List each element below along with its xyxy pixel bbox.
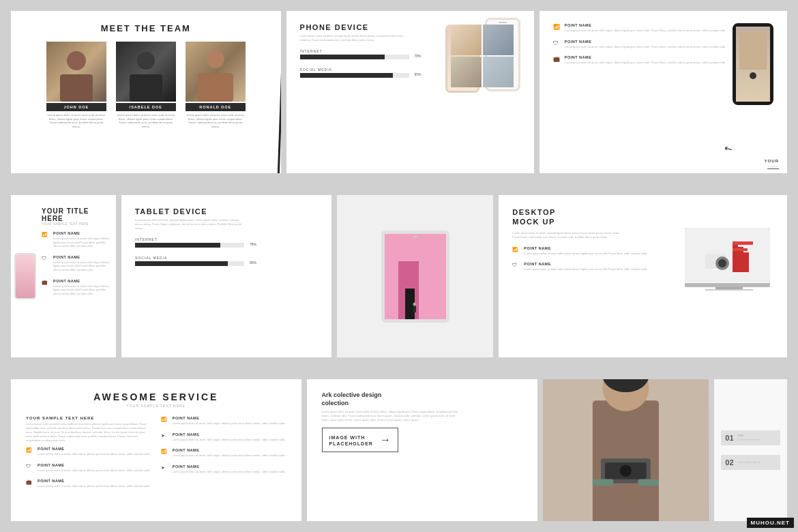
row-2: YOUR TITLE HERE YOUR SAMPLE TEXT HERE 📶 … xyxy=(0,184,798,368)
awesome-wifi-icon-r1: 📶 xyxy=(161,417,169,422)
internet-pct: 78% xyxy=(415,54,422,58)
num-item-1: 01 YOULorem ipsum dolor sit xyxy=(721,430,780,445)
ml-point-3-name: POINT NAME xyxy=(53,279,110,283)
awesome-pr-2-content: POINT NAME Lorem ipsum dolor sit amet, n… xyxy=(173,432,285,442)
ark-title: Ark colective designcolection xyxy=(322,391,523,407)
mobile-left-phone xyxy=(14,253,36,299)
img-cell-1 xyxy=(451,25,482,55)
ml-point-2-name: POINT NAME xyxy=(53,255,110,259)
svg-point-0 xyxy=(67,51,86,70)
team-member-ronald: RONALD DOE Lorem ipsum dolor sit amet, s… xyxy=(185,42,246,128)
desktop-point-2-desc: Lorem ipsum dolor sit amet nibh vulput u… xyxy=(524,267,647,271)
tablet-device-screen xyxy=(385,234,446,319)
point-2-desc: Lorem ipsum dolor sit amet, nibh vulput,… xyxy=(565,45,726,49)
svg-rect-11 xyxy=(413,306,416,312)
slide-desktop-mockup: DESKTOPMOCK UP Lorem ipsum dolor sit ame… xyxy=(499,195,787,357)
awesome-pr-3-content: POINT NAME Lorem ipsum dolor sit amet, n… xyxy=(173,448,285,458)
slide-numbered: 01 YOULorem ipsum dolor sit 02 Lorem ips… xyxy=(714,379,787,521)
awesome-pl-2: 🛡 POINT NAME Lorem ipsum dolor sit amet,… xyxy=(26,463,151,473)
desktop-screen xyxy=(685,228,770,282)
awesome-arrow-icon-r4: ➤ xyxy=(161,465,169,471)
awesome-pl-3-name: POINT NAME xyxy=(38,479,150,483)
awesome-pr-2-name: POINT NAME xyxy=(173,432,285,437)
tablet-top-btn xyxy=(413,236,418,237)
awesome-pr-1-name: POINT NAME xyxy=(173,416,285,420)
desktop-point-1-name: POINT NAME xyxy=(524,246,647,250)
image-placeholder-box: iMAGE WITH PLACEHOLDER → xyxy=(322,428,398,452)
awesome-pl-2-name: POINT NAME xyxy=(38,463,150,467)
team-member-isabele: ISABELE DOE Lorem ipsum dolor sit amet, … xyxy=(115,42,177,128)
num-badge-01: 01 xyxy=(725,434,733,442)
mobile-left-screen xyxy=(16,254,35,298)
awesome-subtitle: YOUR SAMPLE TEXT HERE xyxy=(26,404,286,408)
tablet-internet-label: INTERNET xyxy=(135,237,318,241)
awesome-pr-4: ➤ POINT NAME Lorem ipsum dolor sit amet,… xyxy=(161,464,286,474)
social-pct: 85% xyxy=(415,72,422,76)
point-2-name: POINT NAME xyxy=(565,40,726,44)
svg-rect-3 xyxy=(130,74,162,102)
slide-pink-building xyxy=(337,195,494,357)
num-sub-02: Lorem ipsum dolor sit xyxy=(738,461,760,464)
point-1: 📶 POINT NAME Lorem ipsum dolor sit amet,… xyxy=(553,23,727,33)
desktop-point-1-desc: Lorem ipsum dolor sit amet nibh vulput u… xyxy=(524,252,647,256)
team-title: MEET THE TEAM xyxy=(25,23,267,33)
svg-rect-19 xyxy=(733,248,748,251)
num-badge-02: 02 xyxy=(725,458,733,467)
awesome-pr-3-name: POINT NAME xyxy=(173,448,285,452)
svg-point-4 xyxy=(207,50,224,68)
ml-point-1-content: POINT NAME Lorem ipsum dolor sit amet ni… xyxy=(53,231,110,248)
tablet-social-bar-bg: 85% xyxy=(135,261,244,266)
tablet-social-pct: 85% xyxy=(250,261,256,265)
tablet-social-progress: SOCIAL MEDIA 85% xyxy=(135,256,318,266)
svg-rect-32 xyxy=(638,479,659,486)
team-member-john: JOHN DOE Lorem ipsum dolor sit amet, soc… xyxy=(46,42,107,128)
awesome-right-col: 📶 POINT NAME Lorem ipsum dolor sit amet,… xyxy=(161,416,286,495)
desktop-layout: DESKTOPMOCK UP Lorem ipsum dolor sit ame… xyxy=(512,207,773,291)
desktop-title: DESKTOPMOCK UP xyxy=(512,207,685,227)
awesome-pr-4-desc: Lorem ipsum dolor sit amet, nibh vulput,… xyxy=(173,470,285,474)
ml-point-1-name: POINT NAME xyxy=(53,231,110,235)
awesome-pr-3-desc: Lorem ipsum dolor sit amet, nibh vulput,… xyxy=(173,454,285,458)
awesome-left-col: YOUR SAMPLE TEXT HERE Lorem ipsum dolor … xyxy=(26,416,151,495)
tablet-internet-progress: INTERNET 78% xyxy=(135,237,318,248)
bag-icon-1: 💼 xyxy=(553,56,561,62)
ml-point-2: 🛡 POINT NAME Lorem ipsum dolor sit amet … xyxy=(42,255,110,272)
svg-rect-6 xyxy=(739,32,767,70)
awesome-pl-3: 💼 POINT NAME Lorem ipsum dolor sit amet,… xyxy=(26,479,151,488)
desktop-point-1: 📶 POINT NAME Lorem ipsum dolor sit amet … xyxy=(512,246,685,256)
desktop-point-2-name: POINT NAME xyxy=(524,262,647,266)
phone-desc: Lorem ipsum dolor sit amet, suscipit lig… xyxy=(300,34,409,42)
awesome-wifi-icon-1: 📶 xyxy=(26,447,34,453)
slide-divider xyxy=(277,11,280,173)
awesome-left-body: Lorem ipsum dolor sit amet, socio walls … xyxy=(26,422,151,443)
desktop-point-2-content: POINT NAME Lorem ipsum dolor sit amet ni… xyxy=(524,262,647,271)
isabele-name: ISABELE DOE xyxy=(116,103,176,111)
ml-wifi-icon: 📶 xyxy=(42,232,50,237)
ronald-desc: Lorem ipsum dolor sit amet, socio sulis … xyxy=(185,113,246,128)
isabele-desc: Lorem ipsum dolor sit amet, socio sulis … xyxy=(115,113,177,128)
point-1-desc: Lorem ipsum dolor sit amet, nibh vulput,… xyxy=(565,29,726,33)
point-3: 💼 POINT NAME Lorem ipsum dolor sit amet,… xyxy=(553,55,727,65)
awesome-body: YOUR SAMPLE TEXT HERE Lorem ipsum dolor … xyxy=(26,416,286,495)
awesome-pr-1-desc: Lorem ipsum dolor sit amet, nibh vulput,… xyxy=(173,422,285,426)
your-title: YOUR TITLE HERE xyxy=(42,207,110,222)
desktop-foot xyxy=(705,289,753,291)
point-3-content: POINT NAME Lorem ipsum dolor sit amet, n… xyxy=(565,55,726,65)
desktop-wifi-icon: 📶 xyxy=(512,247,520,252)
row-1: MEET THE TEAM JOHN DOE Lorem ipsum dolor… xyxy=(0,0,798,184)
row-3: AWESOME SERVICE YOUR SAMPLE TEXT HERE YO… xyxy=(0,368,798,532)
point-3-name: POINT NAME xyxy=(565,55,726,59)
watermark: MUHOU.NET xyxy=(747,518,794,528)
svg-point-7 xyxy=(750,72,756,79)
svg-rect-14 xyxy=(685,228,770,282)
point-3-desc: Lorem ipsum dolor sit amet, nibh vulput,… xyxy=(565,61,726,65)
awesome-arrow-icon-r2: ➤ xyxy=(161,433,169,439)
social-bar-bg: 85% xyxy=(300,73,409,78)
ml-shield-icon: 🛡 xyxy=(42,256,50,261)
points-right-list: 📶 POINT NAME Lorem ipsum dolor sit amet,… xyxy=(553,23,727,72)
slide-girl-photo xyxy=(543,379,709,521)
tablet-internet-bar-fill xyxy=(135,243,220,248)
placeholder-arrow-icon: → xyxy=(380,434,391,446)
tablet-title: TABLET DEVICE xyxy=(135,207,318,216)
tablet-center-container xyxy=(337,195,494,357)
